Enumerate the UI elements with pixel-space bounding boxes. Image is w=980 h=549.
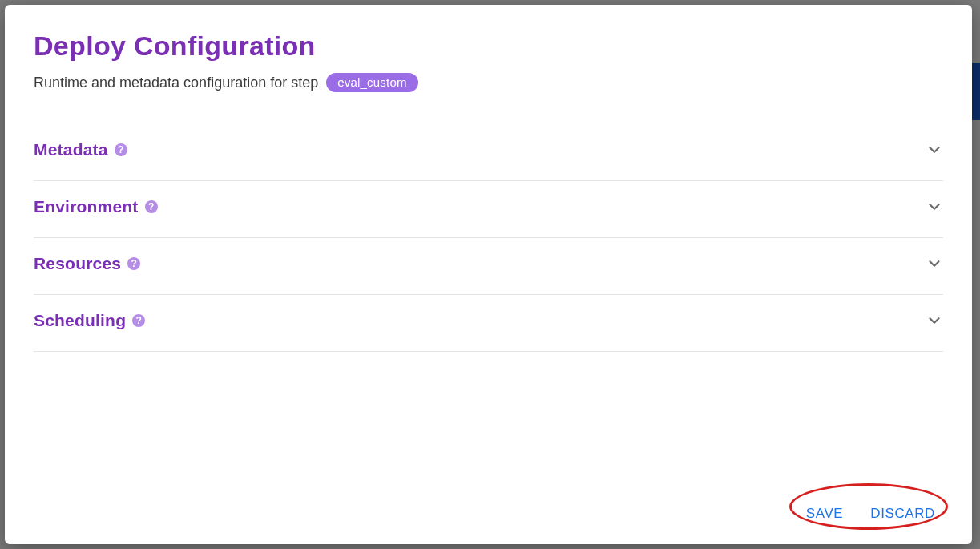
chevron-down-icon bbox=[926, 198, 943, 216]
section-scheduling-title: Scheduling bbox=[34, 311, 126, 330]
help-icon[interactable]: ? bbox=[127, 257, 140, 270]
dialog-subtitle-row: Runtime and metadata configuration for s… bbox=[34, 73, 943, 92]
section-environment-title-wrap: Environment ? bbox=[34, 197, 158, 216]
section-scheduling: Scheduling ? bbox=[34, 295, 943, 352]
section-scheduling-title-wrap: Scheduling ? bbox=[34, 311, 145, 330]
deploy-config-dialog: Deploy Configuration Runtime and metadat… bbox=[5, 5, 972, 544]
section-resources-header[interactable]: Resources ? bbox=[34, 254, 943, 273]
save-button[interactable]: SAVE bbox=[803, 501, 847, 527]
section-resources-title-wrap: Resources ? bbox=[34, 254, 140, 273]
help-icon[interactable]: ? bbox=[145, 200, 158, 213]
step-chip: eval_custom bbox=[326, 73, 417, 92]
dialog-title: Deploy Configuration bbox=[34, 30, 943, 62]
dialog-subtitle: Runtime and metadata configuration for s… bbox=[34, 75, 318, 91]
section-metadata-header[interactable]: Metadata ? bbox=[34, 140, 943, 159]
dialog-footer: SAVE DISCARD bbox=[34, 480, 943, 527]
section-resources: Resources ? bbox=[34, 238, 943, 295]
section-metadata-title: Metadata bbox=[34, 140, 108, 159]
section-scheduling-header[interactable]: Scheduling ? bbox=[34, 311, 943, 330]
section-metadata-title-wrap: Metadata ? bbox=[34, 140, 127, 159]
chevron-down-icon bbox=[926, 312, 943, 329]
section-environment-header[interactable]: Environment ? bbox=[34, 197, 943, 216]
chevron-down-icon bbox=[926, 255, 943, 272]
section-environment-title: Environment bbox=[34, 197, 139, 216]
help-icon[interactable]: ? bbox=[132, 314, 145, 327]
section-environment: Environment ? bbox=[34, 181, 943, 238]
section-metadata: Metadata ? bbox=[34, 124, 943, 181]
help-icon[interactable]: ? bbox=[115, 143, 127, 156]
section-resources-title: Resources bbox=[34, 254, 121, 273]
chevron-down-icon bbox=[926, 141, 943, 159]
discard-button[interactable]: DISCARD bbox=[867, 501, 938, 527]
